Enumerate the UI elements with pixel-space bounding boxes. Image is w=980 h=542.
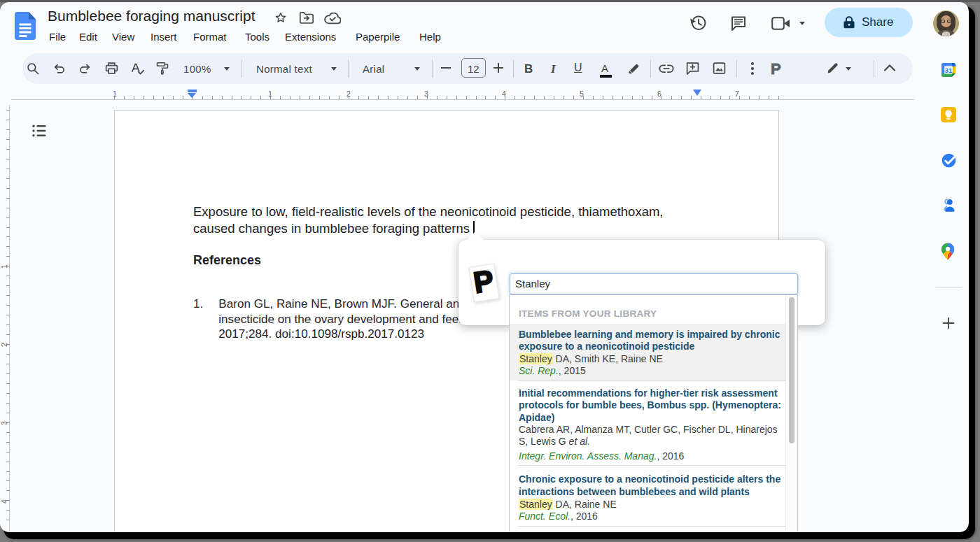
svg-text:31: 31 (945, 66, 953, 74)
